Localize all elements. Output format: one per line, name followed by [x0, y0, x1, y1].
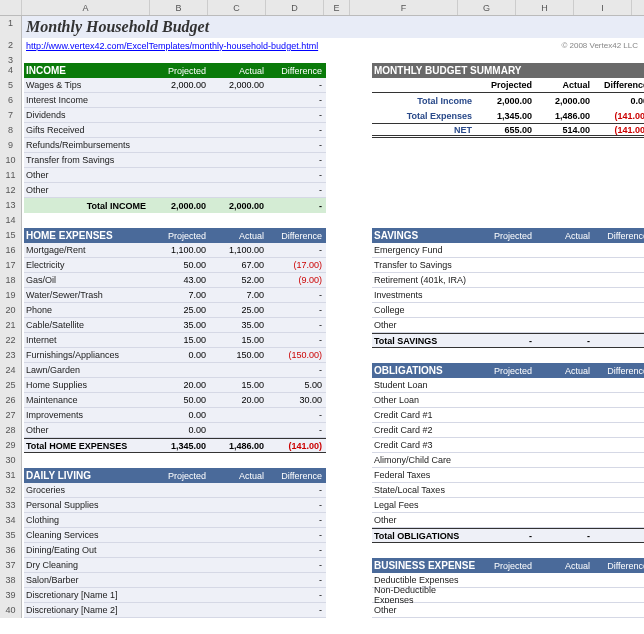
cell-row[interactable]: Improvements0.00- — [24, 408, 326, 423]
cell-row[interactable]: Salon/Barber- — [24, 573, 326, 588]
summary-expenses: Total Expenses1,345.001,486.00(141.00) — [372, 108, 644, 123]
summary-cols: ProjectedActualDifference — [372, 78, 644, 93]
cell-row[interactable]: Refunds/Reimbursements- — [24, 138, 326, 153]
section-header: BUSINESS EXPENSEProjectedActualDifferenc… — [372, 558, 644, 573]
cell-row[interactable]: Transfer to Savings- — [372, 258, 644, 273]
cell-row[interactable]: Dividends- — [24, 108, 326, 123]
cell-row[interactable]: Wages & Tips2,000.002,000.00- — [24, 78, 326, 93]
cell-row[interactable]: Other- — [24, 168, 326, 183]
cell-row[interactable]: Retirement (401k, IRA)- — [372, 273, 644, 288]
cell-row[interactable]: Discretionary [Name 1]- — [24, 588, 326, 603]
cell-row[interactable]: Lawn/Garden- — [24, 363, 326, 378]
section-header: DAILY LIVINGProjectedActualDifference — [24, 468, 326, 483]
copyright: © 2008 Vertex42 LLC — [561, 41, 638, 50]
summary-header: MONTHLY BUDGET SUMMARY — [372, 63, 644, 78]
cell-row[interactable]: State/Local Taxes- — [372, 483, 644, 498]
cell-row[interactable]: Cleaning Services- — [24, 528, 326, 543]
cell-row[interactable]: Electricity50.0067.00(17.00) — [24, 258, 326, 273]
cell-row[interactable]: Alimony/Child Care- — [372, 453, 644, 468]
total-row: Total INCOME2,000.002,000.00- — [24, 198, 326, 213]
cell-row[interactable]: Student Loan- — [372, 378, 644, 393]
cell-row[interactable]: Other Loan- — [372, 393, 644, 408]
cell-row[interactable]: Phone25.0025.00- — [24, 303, 326, 318]
total-row: Total OBLIGATIONS--- — [372, 528, 644, 543]
spreadsheet: A B C D E F G H I 1Monthly Household Bud… — [0, 0, 644, 618]
cell-row[interactable]: Dry Cleaning- — [24, 558, 326, 573]
section-header: SAVINGSProjectedActualDifference — [372, 228, 644, 243]
cell-row[interactable]: Other- — [372, 603, 644, 618]
summary-income: Total Income2,000.002,000.000.00 — [372, 93, 644, 108]
cell-row[interactable]: Legal Fees- — [372, 498, 644, 513]
cell-row[interactable]: Emergency Fund- — [372, 243, 644, 258]
column-headers: A B C D E F G H I — [0, 0, 644, 16]
cell-row[interactable]: Gifts Received- — [24, 123, 326, 138]
cell-row[interactable]: Interest Income- — [24, 93, 326, 108]
cell-row[interactable]: Home Supplies20.0015.005.00 — [24, 378, 326, 393]
total-row: Total HOME EXPENSES1,345.001,486.00(141.… — [24, 438, 326, 453]
source-link[interactable]: http://www.vertex42.com/ExcelTemplates/m… — [22, 41, 318, 51]
cell-row[interactable]: Other0.00- — [24, 423, 326, 438]
cell-row[interactable]: Credit Card #1- — [372, 408, 644, 423]
cell-row[interactable]: College- — [372, 303, 644, 318]
cell-row[interactable]: Groceries- — [24, 483, 326, 498]
cell-row[interactable]: Clothing- — [24, 513, 326, 528]
cell-row[interactable]: Non-Deductible Expenses- — [372, 588, 644, 603]
cell-row[interactable]: Maintenance50.0020.0030.00 — [24, 393, 326, 408]
cell-row[interactable]: Gas/Oil43.0052.00(9.00) — [24, 273, 326, 288]
cell-row[interactable]: Credit Card #2- — [372, 423, 644, 438]
page-title: Monthly Household Budget — [22, 18, 209, 36]
cell-row[interactable]: Federal Taxes- — [372, 468, 644, 483]
cell-row[interactable]: Transfer from Savings- — [24, 153, 326, 168]
cell-row[interactable]: Other- — [372, 513, 644, 528]
cell-row[interactable]: Investments- — [372, 288, 644, 303]
cell-row[interactable]: Mortgage/Rent1,100.001,100.00- — [24, 243, 326, 258]
cell-row[interactable]: Other- — [24, 183, 326, 198]
section-header: OBLIGATIONSProjectedActualDifference — [372, 363, 644, 378]
cell-row[interactable]: Dining/Eating Out- — [24, 543, 326, 558]
section-header: INCOMEProjectedActualDifference — [24, 63, 326, 78]
summary-net: NET655.00514.00(141.00) — [372, 123, 644, 138]
cell-row[interactable]: Furnishings/Appliances0.00150.00(150.00) — [24, 348, 326, 363]
cell-row[interactable]: Other- — [372, 318, 644, 333]
section-header: HOME EXPENSESProjectedActualDifference — [24, 228, 326, 243]
total-row: Total SAVINGS--- — [372, 333, 644, 348]
cell-row[interactable]: Discretionary [Name 2]- — [24, 603, 326, 618]
cell-row[interactable]: Internet15.0015.00- — [24, 333, 326, 348]
cell-row[interactable]: Cable/Satellite35.0035.00- — [24, 318, 326, 333]
cell-row[interactable]: Personal Supplies- — [24, 498, 326, 513]
cell-row[interactable]: Credit Card #3- — [372, 438, 644, 453]
cell-row[interactable]: Water/Sewer/Trash7.007.00- — [24, 288, 326, 303]
